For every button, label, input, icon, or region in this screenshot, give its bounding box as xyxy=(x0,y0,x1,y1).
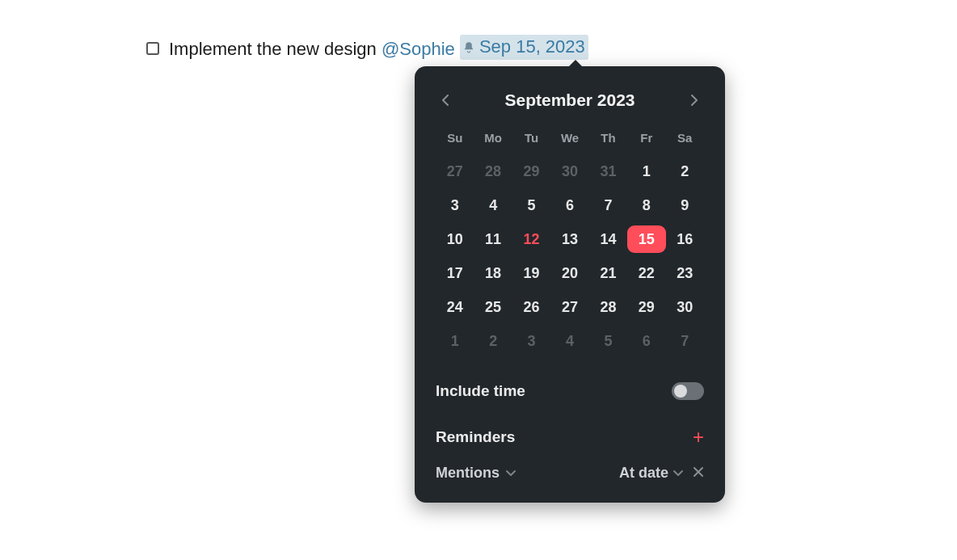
task-date-text: Sep 15, 2023 xyxy=(479,36,585,59)
calendar-day[interactable]: 29 xyxy=(627,293,665,321)
calendar-day[interactable]: 10 xyxy=(436,225,474,253)
next-month-button[interactable] xyxy=(685,91,704,109)
calendar-day[interactable]: 5 xyxy=(512,192,550,219)
calendar-day[interactable]: 19 xyxy=(512,259,550,287)
calendar-day[interactable]: 2 xyxy=(474,327,512,355)
reminder-row: Mentions At date xyxy=(436,465,704,482)
calendar-day[interactable]: 28 xyxy=(589,293,627,321)
calendar-day[interactable]: 8 xyxy=(627,192,665,219)
include-time-toggle[interactable] xyxy=(672,382,704,400)
calendar-day[interactable]: 6 xyxy=(550,192,588,219)
prev-month-button[interactable] xyxy=(436,91,455,109)
calendar-weekday: Mo xyxy=(474,131,512,151)
add-reminder-button[interactable]: + xyxy=(693,427,704,447)
task-text[interactable]: Implement the new design @Sophie Sep 15,… xyxy=(169,35,588,61)
calendar-day[interactable]: 23 xyxy=(666,259,704,287)
calendar-day[interactable]: 4 xyxy=(474,192,512,219)
calendar-day[interactable]: 16 xyxy=(666,225,704,253)
task-plain-text: Implement the new design xyxy=(169,39,382,59)
chevron-down-icon xyxy=(506,469,516,478)
calendar-grid: SuMoTuWeThFrSa27282930311234567891011121… xyxy=(436,131,704,355)
calendar-day[interactable]: 20 xyxy=(550,259,588,287)
calendar-weekday: Sa xyxy=(666,131,704,151)
reminder-target-label: Mentions xyxy=(436,465,500,482)
include-time-label: Include time xyxy=(436,382,525,400)
calendar-day[interactable]: 26 xyxy=(512,293,550,321)
chevron-right-icon xyxy=(689,95,699,106)
calendar-day[interactable]: 13 xyxy=(550,225,588,253)
reminder-when-select[interactable]: At date xyxy=(619,465,683,482)
task-date-chip[interactable]: Sep 15, 2023 xyxy=(460,35,588,60)
calendar-day[interactable]: 15 xyxy=(627,225,665,253)
include-time-row: Include time xyxy=(436,382,704,400)
calendar-day[interactable]: 17 xyxy=(436,259,474,287)
calendar-day[interactable]: 9 xyxy=(666,192,704,219)
calendar-day[interactable]: 3 xyxy=(512,327,550,355)
calendar-day[interactable]: 6 xyxy=(627,327,665,355)
calendar-day[interactable]: 28 xyxy=(474,158,512,185)
calendar-day[interactable]: 14 xyxy=(589,225,627,253)
chevron-left-icon xyxy=(441,95,450,106)
calendar-day[interactable]: 4 xyxy=(550,327,588,355)
calendar-day[interactable]: 1 xyxy=(436,327,474,355)
chevron-down-icon xyxy=(673,469,683,478)
calendar-day[interactable]: 30 xyxy=(666,293,704,321)
calendar-day[interactable]: 18 xyxy=(474,259,512,287)
reminder-target-select[interactable]: Mentions xyxy=(436,465,516,482)
calendar-day[interactable]: 24 xyxy=(436,293,474,321)
task-checkbox[interactable] xyxy=(146,42,159,55)
calendar-day[interactable]: 25 xyxy=(474,293,512,321)
reminders-heading-row: Reminders + xyxy=(436,427,704,447)
calendar-weekday: Fr xyxy=(627,131,665,151)
date-picker-popover: September 2023 SuMoTuWeThFrSa27282930311… xyxy=(415,66,725,503)
calendar-day[interactable]: 27 xyxy=(550,293,588,321)
calendar-day[interactable]: 1 xyxy=(627,158,665,185)
calendar-day[interactable]: 5 xyxy=(589,327,627,355)
bell-icon xyxy=(462,40,476,55)
calendar-day[interactable]: 27 xyxy=(436,158,474,185)
calendar-day[interactable]: 31 xyxy=(589,158,627,185)
reminders-heading: Reminders xyxy=(436,428,515,446)
calendar-day[interactable]: 7 xyxy=(666,327,704,355)
calendar-day[interactable]: 29 xyxy=(512,158,550,185)
calendar-day[interactable]: 11 xyxy=(474,225,512,253)
calendar-title: September 2023 xyxy=(504,91,634,110)
calendar-day[interactable]: 30 xyxy=(550,158,588,185)
calendar-day[interactable]: 12 xyxy=(512,225,550,253)
calendar-day[interactable]: 2 xyxy=(666,158,704,185)
calendar-weekday: Su xyxy=(436,131,474,151)
close-icon xyxy=(693,466,704,478)
calendar-weekday: Th xyxy=(589,131,627,151)
calendar-header: September 2023 xyxy=(436,91,704,110)
calendar-day[interactable]: 3 xyxy=(436,192,474,219)
task-line: Implement the new design @Sophie Sep 15,… xyxy=(146,35,588,61)
reminder-when-label: At date xyxy=(619,465,668,482)
calendar-day[interactable]: 7 xyxy=(589,192,627,219)
calendar-weekday: We xyxy=(550,131,588,151)
calendar-day[interactable]: 22 xyxy=(627,259,665,287)
calendar-day[interactable]: 21 xyxy=(589,259,627,287)
task-mention[interactable]: @Sophie xyxy=(382,39,455,59)
remove-reminder-button[interactable] xyxy=(693,465,704,482)
calendar-weekday: Tu xyxy=(512,131,550,151)
